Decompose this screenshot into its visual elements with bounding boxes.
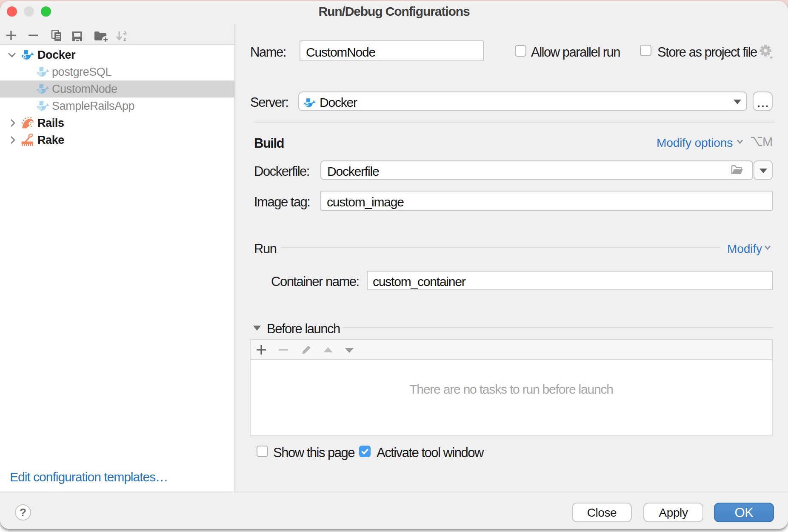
svg-text:M: M bbox=[762, 135, 773, 148]
svg-text:z: z bbox=[123, 36, 126, 42]
svg-text:a: a bbox=[123, 30, 127, 36]
